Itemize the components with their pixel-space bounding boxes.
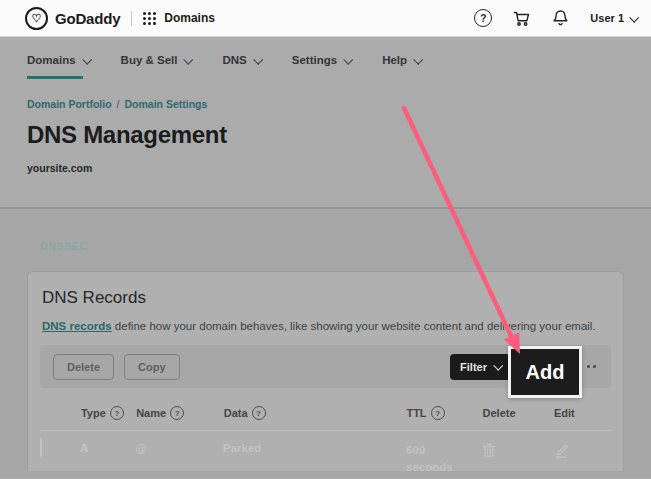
nav-item-settings[interactable]: Settings <box>292 37 351 83</box>
column-header-data: Data ? <box>224 406 407 420</box>
app-name: Domains <box>164 11 215 25</box>
nav-item-domains[interactable]: Domains <box>27 37 90 83</box>
chevron-down-icon <box>184 54 194 64</box>
user-name: User 1 <box>590 12 624 24</box>
column-header-edit: Edit <box>554 407 611 419</box>
domain-name: yoursite.com <box>27 162 651 174</box>
more-options-icon[interactable] <box>585 361 598 372</box>
chevron-down-icon <box>629 12 639 22</box>
table-row: A @ Parked 600 seconds <box>40 430 611 475</box>
record-type: A <box>80 439 135 454</box>
copy-button[interactable]: Copy <box>124 354 180 380</box>
header-divider <box>131 11 132 26</box>
notifications-bell-icon[interactable] <box>552 9 569 27</box>
page-title: DNS Management <box>27 121 651 149</box>
row-checkbox[interactable] <box>40 438 42 457</box>
chevron-down-icon <box>343 54 353 64</box>
page-header: Domain Portfolio / Domain Settings DNS M… <box>0 83 651 207</box>
cart-icon[interactable] <box>513 10 531 27</box>
nav-item-dns[interactable]: DNS <box>222 37 260 83</box>
godaddy-heart-icon: ♡ <box>25 7 48 30</box>
godaddy-dns-management-screen: ♡ GoDaddy Domains ? <box>0 0 651 479</box>
app-header: ♡ GoDaddy Domains ? <box>0 0 651 37</box>
brand-name: GoDaddy <box>55 10 120 27</box>
delete-record-icon[interactable] <box>482 439 554 458</box>
chevron-down-icon <box>493 361 503 371</box>
content-area: DNSSEC DNS Records DNS records define ho… <box>0 209 651 477</box>
record-data: Parked <box>223 439 406 454</box>
chevron-down-icon <box>413 54 423 64</box>
card-title: DNS Records <box>42 288 611 308</box>
main-nav: Domains Buy & Sell DNS Settings Help <box>0 37 651 83</box>
data-help-icon[interactable]: ? <box>252 406 266 420</box>
nav-item-buy-sell[interactable]: Buy & Sell <box>121 37 192 83</box>
column-header-name: Name ? <box>136 406 224 420</box>
dns-records-link[interactable]: DNS records <box>42 320 112 332</box>
record-name: @ <box>135 439 223 454</box>
column-header-delete: Delete <box>483 407 554 419</box>
card-description: DNS records define how your domain behav… <box>42 320 609 332</box>
breadcrumb-domain-portfolio[interactable]: Domain Portfolio <box>27 98 112 110</box>
table-header-row: Type ? Name ? Data ? TTL ? Delete <box>40 398 611 428</box>
godaddy-logo[interactable]: ♡ GoDaddy <box>25 7 120 30</box>
delete-button[interactable]: Delete <box>53 354 114 380</box>
name-help-icon[interactable]: ? <box>170 406 184 420</box>
ttl-help-icon[interactable]: ? <box>431 406 445 420</box>
chevron-down-icon <box>82 54 92 64</box>
tab-dnssec[interactable]: DNSSEC <box>40 240 87 252</box>
nav-item-help[interactable]: Help <box>382 37 421 83</box>
breadcrumb: Domain Portfolio / Domain Settings <box>27 98 651 110</box>
breadcrumb-separator: / <box>117 98 120 110</box>
column-header-type: Type ? <box>81 406 136 420</box>
column-header-ttl: TTL ? <box>406 406 482 420</box>
user-menu[interactable]: User 1 <box>590 12 637 24</box>
help-icon[interactable]: ? <box>474 9 492 27</box>
chevron-down-icon <box>253 54 263 64</box>
filter-button[interactable]: Filter <box>450 354 511 380</box>
add-button[interactable]: Add <box>508 346 582 398</box>
type-help-icon[interactable]: ? <box>110 406 124 420</box>
tab-strip: DNSSEC <box>0 209 651 254</box>
app-grid-icon[interactable] <box>143 12 156 25</box>
edit-record-icon[interactable] <box>554 439 611 458</box>
record-ttl: 600 seconds <box>406 442 452 475</box>
breadcrumb-domain-settings[interactable]: Domain Settings <box>125 98 208 110</box>
